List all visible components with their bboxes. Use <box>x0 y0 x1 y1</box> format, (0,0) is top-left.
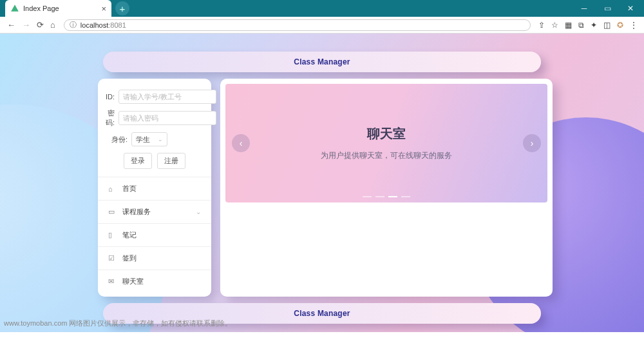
footer-title: Class Manager <box>294 309 350 318</box>
carousel-dot-active[interactable] <box>388 196 397 197</box>
carousel-subtitle: 为用户提供聊天室，可在线聊天的服务 <box>321 150 452 161</box>
browser-tab-active[interactable]: Index Page × <box>5 0 111 17</box>
sidebar-card: ID: 密码: 身份: 学生 ⌄ 登录 注册 ⌂ 首页 <box>98 79 211 297</box>
extensions-icon[interactable]: ✦ <box>591 21 597 30</box>
hero-card: ‹ 聊天室 为用户提供聊天室，可在线聊天的服务 › <box>220 79 553 297</box>
role-select[interactable]: 学生 ⌄ <box>131 132 167 146</box>
role-value: 学生 <box>136 135 150 144</box>
carousel-dot[interactable] <box>363 196 372 197</box>
favicon-icon <box>10 4 19 13</box>
carousel-dot[interactable] <box>401 196 410 197</box>
browser-toolbar: ← → ⟳ ⌂ ⓘ localhost:8081 ⇪ ☆ ▦ ⧉ ✦ ◫ ✪ ⋮ <box>0 17 644 34</box>
window-close-icon[interactable]: ✕ <box>625 4 636 13</box>
nav-reload-icon[interactable]: ⟳ <box>33 20 47 30</box>
carousel: ‹ 聊天室 为用户提供聊天室，可在线聊天的服务 › <box>225 84 547 202</box>
menu-item-chat[interactable]: ✉ 聊天室 <box>98 270 211 293</box>
menu-label: 笔记 <box>122 230 137 240</box>
home-icon: ⌂ <box>108 185 117 193</box>
url-port: :8081 <box>108 21 126 29</box>
carousel-title: 聊天室 <box>367 125 406 143</box>
menu-item-checkin[interactable]: ☑ 签到 <box>98 247 211 270</box>
carousel-prev-button[interactable]: ‹ <box>232 134 250 152</box>
nav-forward-icon[interactable]: → <box>19 20 33 30</box>
menu-label: 签到 <box>122 253 137 263</box>
password-input[interactable] <box>118 111 216 125</box>
share-icon[interactable]: ⇪ <box>538 21 545 30</box>
nav-home-icon[interactable]: ⌂ <box>47 20 59 30</box>
password-label: 密码: <box>106 108 115 128</box>
window-maximize-icon[interactable]: ▭ <box>601 4 613 13</box>
extension-cast-icon[interactable]: ⧉ <box>578 21 584 30</box>
role-label: 身份: <box>106 135 128 144</box>
menu-item-notes[interactable]: ▯ 笔记 <box>98 224 211 246</box>
book-icon: ▭ <box>108 208 117 216</box>
menu-label: 课程服务 <box>122 207 151 217</box>
window-minimize-icon[interactable]: ─ <box>578 4 590 13</box>
extension-misc-icon[interactable]: ✪ <box>617 21 623 30</box>
header-pill: Class Manager <box>103 52 541 72</box>
bookmark-icon[interactable]: ☆ <box>551 21 558 30</box>
browser-tab-strip: Index Page × + ─ ▭ ✕ <box>0 0 644 17</box>
extension-box-icon[interactable]: ▦ <box>565 21 572 30</box>
id-label: ID: <box>106 93 115 101</box>
menu-label: 首页 <box>122 184 137 193</box>
tab-title: Index Page <box>23 5 97 12</box>
chat-icon: ✉ <box>108 277 117 286</box>
window-controls: ─ ▭ ✕ <box>578 4 644 13</box>
new-tab-button[interactable]: + <box>115 1 129 15</box>
header-title: Class Manager <box>294 57 350 66</box>
menu-label: 聊天室 <box>122 277 144 286</box>
chevron-down-icon: ⌄ <box>158 136 163 143</box>
chevron-down-icon: ⌄ <box>196 208 201 215</box>
url-input[interactable]: ⓘ localhost:8081 <box>64 19 531 31</box>
url-host: localhost <box>80 21 108 29</box>
page-background: Class Manager ID: 密码: 身份: 学生 ⌄ 登录 注册 <box>0 34 644 332</box>
carousel-next-button[interactable]: › <box>523 134 541 152</box>
note-icon: ▯ <box>108 231 117 239</box>
site-info-icon[interactable]: ⓘ <box>70 20 77 30</box>
menu-kebab-icon[interactable]: ⋮ <box>630 21 638 30</box>
tab-close-icon[interactable]: × <box>101 4 106 14</box>
watermark-text: www.toymoban.com 网络图片仅供展示，非存储，如有侵权请联系删除。 <box>4 319 232 328</box>
register-button[interactable]: 注册 <box>157 153 185 169</box>
carousel-dot[interactable] <box>375 196 384 197</box>
login-button[interactable]: 登录 <box>124 153 152 169</box>
profile-icon[interactable]: ◫ <box>603 21 611 30</box>
id-input[interactable] <box>118 90 216 104</box>
carousel-dots <box>363 196 410 197</box>
check-icon: ☑ <box>108 254 117 262</box>
menu-item-home[interactable]: ⌂ 首页 <box>98 177 211 200</box>
nav-back-icon[interactable]: ← <box>4 20 19 30</box>
menu-item-courses[interactable]: ▭ 课程服务 ⌄ <box>98 201 211 223</box>
